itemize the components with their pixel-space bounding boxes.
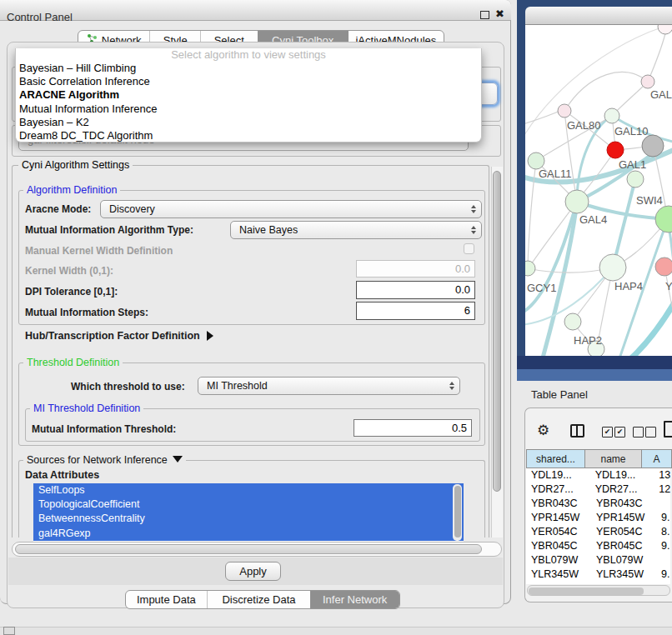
table-horizontal-scrollbar[interactable]	[527, 585, 670, 596]
attribute-list-item[interactable]: TopologicalCoefficient	[33, 498, 464, 512]
network-edge[interactable]	[648, 33, 665, 82]
bottom-tab-bar: Impute Data Discretize Data Infer Networ…	[125, 590, 400, 609]
algorithm-option[interactable]: Bayesian – K2	[16, 116, 481, 129]
data-attributes-list[interactable]: SelfLoopsTopologicalCoefficientBetweenne…	[33, 483, 464, 542]
attribute-list-item[interactable]: SelfLoops	[33, 483, 464, 498]
kernel-width-field[interactable]: 0.0	[356, 260, 475, 278]
network-edge[interactable]	[625, 298, 672, 356]
mi-steps-field[interactable]: 6	[356, 302, 475, 320]
network-edge[interactable]	[564, 72, 648, 111]
attribute-list-item[interactable]: gal4RGexp	[33, 527, 464, 541]
tab-infer-network[interactable]: Infer Network	[310, 591, 399, 608]
network-node[interactable]	[528, 152, 544, 169]
table-cell: YBL079W	[593, 553, 658, 568]
column-header-clipped[interactable]: A	[642, 450, 671, 468]
table-cell: YDR27...	[592, 482, 656, 497]
table-row[interactable]: YLR345WYLR345W9.	[526, 568, 670, 582]
gear-icon[interactable]: ⚙	[537, 422, 549, 439]
algorithm-option[interactable]: Bayesian – Hill Climbing	[16, 62, 481, 75]
table-row[interactable]: YBR043CYBR043C	[526, 497, 670, 511]
network-node[interactable]	[655, 206, 672, 232]
hub-definition-toggle[interactable]: Hub/Transcription Factor Definition	[25, 330, 213, 342]
attributes-list-scrollbar[interactable]	[453, 484, 462, 541]
algorithm-option[interactable]: Basic Correlation Inference	[16, 75, 481, 88]
network-node-label: HAP2	[574, 334, 602, 347]
network-node[interactable]	[558, 104, 571, 118]
aracne-mode-label: Aracne Mode:	[25, 203, 91, 215]
algorithm-option[interactable]: ARACNE Algorithm	[16, 88, 481, 102]
algorithm-dropdown-list[interactable]: Select algorithm to view settings Bayesi…	[15, 48, 482, 142]
network-node[interactable]	[627, 171, 644, 188]
dpi-tolerance-label: DPI Tolerance [0,1]:	[25, 286, 118, 298]
manual-kernel-label: Manual Kernel Width Definition	[25, 245, 173, 257]
mi-threshold-field[interactable]: 0.5	[354, 419, 472, 437]
network-window-titlebar[interactable]	[525, 7, 672, 25]
table-row[interactable]: YER054CYER054C8.	[526, 525, 670, 539]
mi-threshold-group-title: MI Threshold Definition	[30, 402, 143, 414]
hub-definition-label: Hub/Transcription Factor Definition	[25, 330, 200, 342]
manual-kernel-checkbox[interactable]	[464, 243, 474, 254]
dpi-tolerance-field[interactable]: 0.0	[356, 281, 475, 299]
algorithm-option[interactable]: Dream8 DC_TDC Algorithm	[16, 129, 481, 142]
table-cell: 13	[655, 468, 670, 482]
data-attributes-label: Data Attributes	[25, 469, 99, 481]
network-node[interactable]	[655, 258, 672, 276]
table-row[interactable]: YDL19...YDL19...13	[526, 468, 670, 482]
tab-discretize-data[interactable]: Discretize Data	[208, 591, 311, 608]
table-body: YDL19...YDL19...13YDR27...YDR27...12YBR0…	[526, 468, 670, 584]
scrollbar-thumb[interactable]	[454, 486, 461, 538]
collapsed-arrow-icon[interactable]	[207, 331, 213, 341]
column-header-name[interactable]: name	[585, 450, 642, 468]
panel-toggle-icon[interactable]	[3, 627, 15, 635]
table-cell: 9.	[658, 568, 669, 582]
deselect-all-checkbox-icon[interactable]	[645, 427, 656, 438]
scrollbar-thumb[interactable]	[529, 588, 644, 595]
network-node[interactable]	[641, 75, 654, 88]
table-row[interactable]: YBR045CYBR045C9.	[526, 539, 670, 553]
document-icon[interactable]	[664, 421, 672, 438]
attribute-list-item[interactable]: BetweennessCentrality	[33, 512, 464, 526]
table-cell: 8.	[658, 525, 669, 539]
aracne-mode-combo[interactable]: Discovery	[100, 200, 482, 218]
mi-type-value: Naive Bayes	[239, 224, 298, 236]
table-cell	[658, 553, 661, 568]
tab-label: Impute Data	[137, 593, 196, 606]
network-node[interactable]	[599, 254, 626, 281]
table-cell: YER054C	[526, 525, 593, 539]
scrollbar-thumb[interactable]	[15, 544, 482, 554]
network-node[interactable]	[565, 190, 589, 213]
network-node-label: GAL	[650, 88, 672, 101]
select-all-checkbox-icon[interactable]: ✔	[602, 427, 613, 438]
which-threshold-combo[interactable]: MI Threshold	[198, 377, 460, 395]
network-node[interactable]	[525, 261, 535, 276]
table-row[interactable]: YPR145WYPR145W9.	[526, 511, 670, 525]
float-icon[interactable]	[480, 11, 489, 19]
network-node[interactable]	[642, 135, 664, 157]
control-panel-titlebar[interactable]: Control Panel ✖	[0, 0, 511, 21]
column-header-shared-name[interactable]: shared...	[527, 450, 585, 468]
expanded-arrow-icon[interactable]	[173, 456, 183, 462]
kernel-width-label: Kernel Width (0,1):	[25, 265, 113, 277]
apply-button[interactable]: Apply	[225, 562, 281, 581]
network-node[interactable]	[607, 142, 624, 158]
table-row[interactable]: YBL079WYBL079W	[526, 553, 670, 568]
settings-horizontal-scrollbar[interactable]	[12, 542, 502, 557]
network-node[interactable]	[604, 108, 619, 123]
network-node[interactable]	[658, 25, 672, 34]
scrollbar-thumb[interactable]	[493, 171, 501, 492]
select-all-checkbox-icon[interactable]: ✔	[614, 427, 625, 438]
mi-type-combo[interactable]: Naive Bayes	[230, 221, 482, 239]
table-row[interactable]: YDR27...YDR27...12	[526, 482, 670, 497]
sources-group-title[interactable]: Sources for Network Inference	[23, 454, 186, 466]
table-cell: YBR045C	[593, 539, 658, 553]
network-node[interactable]	[564, 313, 581, 330]
network-canvas[interactable]: GALGAL80GAL10GAL1GAL11GAL4SWI4GCY1HAP4YH…	[525, 25, 672, 356]
deselect-all-checkbox-icon[interactable]	[633, 427, 644, 438]
tab-impute-data[interactable]: Impute Data	[126, 591, 207, 608]
table-cell: YPR145W	[526, 511, 593, 525]
table-row[interactable]: YIL052CYIL052C9	[526, 582, 670, 584]
close-icon[interactable]: ✖	[495, 8, 504, 20]
algorithm-option[interactable]: Mutual Information Inference	[16, 102, 481, 116]
table-cell: 9	[658, 582, 667, 584]
network-edge[interactable]	[525, 110, 562, 125]
